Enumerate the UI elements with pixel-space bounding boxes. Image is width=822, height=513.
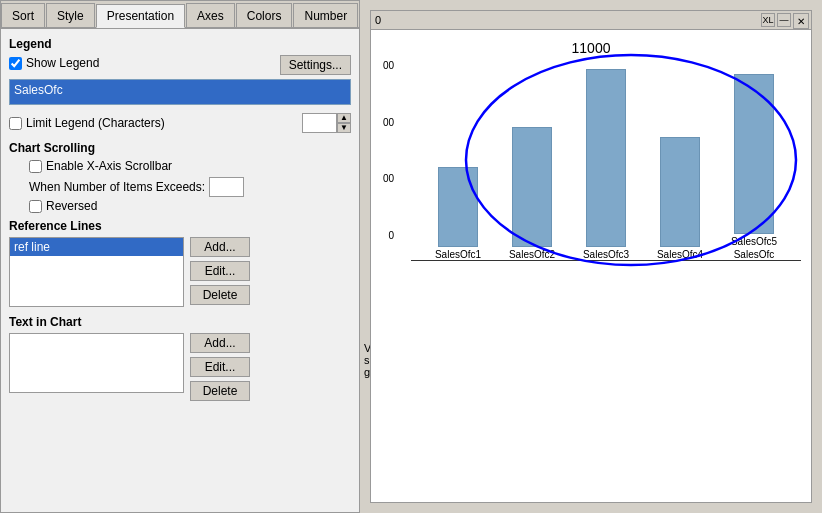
enable-scrollbar-row: Enable X-Axis Scrollbar — [9, 159, 351, 173]
ref-lines-delete-button[interactable]: Delete — [190, 285, 250, 305]
limit-spinner: 15 ▲ ▼ — [302, 113, 351, 133]
y-label-2: 00 — [383, 117, 394, 128]
panel-content: Legend Show Legend Settings... SalesOfc … — [1, 29, 359, 512]
chart-titlebar: 0 XL — ⬜ — [371, 11, 811, 30]
when-exceeds-row: When Number of Items Exceeds: 10 — [9, 177, 351, 197]
show-legend-label: Show Legend — [26, 56, 99, 70]
ref-lines-listbox[interactable]: ref line — [9, 237, 184, 307]
bar-2 — [512, 127, 552, 247]
reversed-row: Reversed — [9, 199, 351, 213]
tab-number[interactable]: Number — [293, 3, 358, 27]
bar-salesofc4: SalesOfc4 — [657, 137, 703, 260]
text-chart-listbox[interactable] — [9, 333, 184, 393]
limit-spin-up[interactable]: ▲ — [337, 113, 351, 123]
limit-legend-label: Limit Legend (Characters) — [26, 116, 165, 130]
chart-titlebar-xl[interactable]: XL — [761, 13, 775, 27]
ref-lines-buttons: Add... Edit... Delete — [190, 237, 250, 307]
text-chart-buttons: Add... Edit... Delete — [190, 333, 250, 401]
when-exceeds-label: When Number of Items Exceeds: — [29, 180, 205, 194]
y-axis-labels: 00 00 00 0 — [383, 60, 394, 241]
bar-label-4: SalesOfc4 — [657, 249, 703, 260]
chart-close-button[interactable]: ✕ — [793, 13, 809, 29]
text-in-chart-section: Text in Chart Add... Edit... Delete — [9, 315, 351, 401]
bars-container: SalesOfc1 SalesOfc2 SalesOfc3 — [411, 60, 801, 261]
ref-lines-label: Reference Lines — [9, 219, 351, 233]
text-chart-add-button[interactable]: Add... — [190, 333, 250, 353]
reversed-checkbox[interactable] — [29, 200, 42, 213]
ref-lines-selected-item: ref line — [10, 238, 183, 256]
legend-section-label: Legend — [9, 37, 351, 51]
limit-spin-down[interactable]: ▼ — [337, 123, 351, 133]
text-chart-delete-button[interactable]: Delete — [190, 381, 250, 401]
settings-button[interactable]: Settings... — [280, 55, 351, 75]
tab-presentation[interactable]: Presentation — [96, 4, 185, 28]
show-legend-checkbox[interactable] — [9, 57, 22, 70]
tab-style[interactable]: Style — [46, 3, 95, 27]
ref-lines-row: ref line Add... Edit... Delete — [9, 237, 351, 307]
y-label-1: 00 — [383, 60, 394, 71]
bar-5 — [734, 74, 774, 234]
bar-label-5: SalesOfc5 — [731, 236, 777, 247]
bar-salesofc1: SalesOfc1 — [435, 167, 481, 260]
right-panel: Values s g 0 XL — ⬜ 11000 — [360, 0, 822, 513]
limit-value-input[interactable]: 15 — [302, 113, 337, 133]
bar-1 — [438, 167, 478, 247]
bar-3 — [586, 69, 626, 247]
text-chart-row: Add... Edit... Delete — [9, 333, 351, 401]
chart-titlebar-text: 0 — [375, 14, 381, 26]
bar-label-3: SalesOfc3 — [583, 249, 629, 260]
show-legend-row: Show Legend — [9, 56, 99, 70]
limit-legend-row: Limit Legend (Characters) 15 ▲ ▼ — [9, 113, 351, 133]
tab-bar: Sort Style Presentation Axes Colors Numb… — [1, 1, 359, 29]
bars-area: SalesOfc1 SalesOfc2 SalesOfc3 — [411, 60, 801, 260]
limit-legend-checkbox[interactable] — [9, 117, 22, 130]
ref-lines-add-button[interactable]: Add... — [190, 237, 250, 257]
text-chart-label: Text in Chart — [9, 315, 351, 329]
ref-lines-edit-button[interactable]: Edit... — [190, 261, 250, 281]
reversed-label: Reversed — [46, 199, 97, 213]
enable-scrollbar-label: Enable X-Axis Scrollbar — [46, 159, 172, 173]
chart-scrolling-label: Chart Scrolling — [9, 141, 351, 155]
bar-salesofc3: SalesOfc3 — [583, 69, 629, 260]
y-label-4: 0 — [389, 230, 395, 241]
text-chart-edit-button[interactable]: Edit... — [190, 357, 250, 377]
enable-scrollbar-checkbox[interactable] — [29, 160, 42, 173]
chart-titlebar-minimize[interactable]: — — [777, 13, 791, 27]
bar-salesofc2: SalesOfc2 — [509, 127, 555, 260]
legend-listbox[interactable]: SalesOfc — [9, 79, 351, 105]
tab-axes[interactable]: Axes — [186, 3, 235, 27]
tab-colors[interactable]: Colors — [236, 3, 293, 27]
tab-sort[interactable]: Sort — [1, 3, 45, 27]
left-panel: Sort Style Presentation Axes Colors Numb… — [0, 0, 360, 513]
baseline — [411, 260, 801, 261]
bar-4 — [660, 137, 700, 247]
bar-label-2: SalesOfc2 — [509, 249, 555, 260]
chart-window: 0 XL — ⬜ 11000 00 00 00 0 — [370, 10, 812, 503]
chart-content: 11000 00 00 00 0 — [371, 30, 811, 502]
bar-label-5b: SalesOfc — [734, 249, 775, 260]
reference-lines-section: Reference Lines ref line Add... Edit... … — [9, 219, 351, 307]
bar-label-1: SalesOfc1 — [435, 249, 481, 260]
chart-title: 11000 — [381, 40, 801, 56]
when-exceeds-input[interactable]: 10 — [209, 177, 244, 197]
bar-salesofc5: SalesOfc5 SalesOfc — [731, 74, 777, 260]
y-label-3: 00 — [383, 173, 394, 184]
